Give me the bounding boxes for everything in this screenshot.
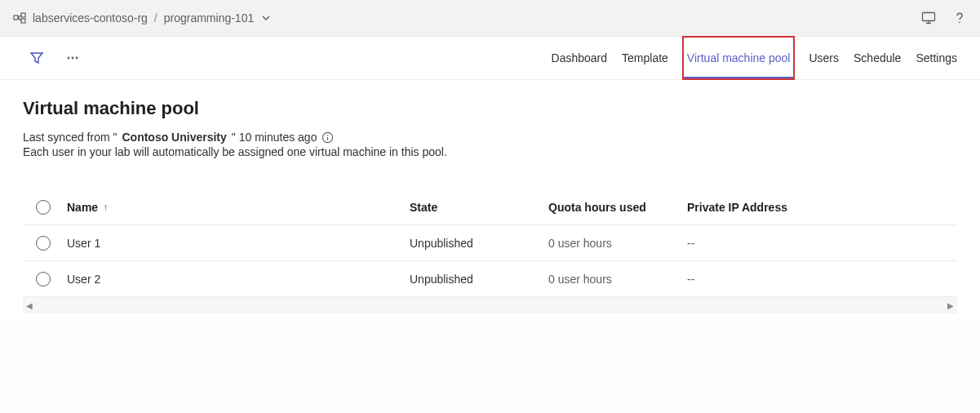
- sync-source: Contoso University: [122, 131, 226, 144]
- col-quota-header[interactable]: Quota hours used: [548, 201, 687, 214]
- table-row[interactable]: User 1 Unpublished 0 user hours --: [23, 225, 957, 261]
- col-name-header[interactable]: Name ↑: [64, 201, 410, 214]
- scroll-right-icon[interactable]: ▶: [947, 301, 954, 310]
- cell-ip: --: [687, 237, 957, 250]
- toolbar-left: [29, 51, 80, 65]
- main-content: Virtual machine pool Last synced from "C…: [0, 80, 980, 322]
- tab-settings[interactable]: Settings: [916, 37, 957, 79]
- breadcrumb-root[interactable]: labservices-contoso-rg: [33, 11, 148, 24]
- vm-table: Name ↑ State Quota hours used Private IP…: [23, 189, 957, 313]
- top-bar: labservices-contoso-rg / programming-101: [0, 0, 980, 37]
- svg-rect-1: [21, 13, 25, 17]
- cell-ip: --: [687, 273, 957, 286]
- cell-quota: 0 user hours: [548, 237, 687, 250]
- row-select[interactable]: [23, 272, 64, 286]
- sync-prefix: Last synced from ": [23, 131, 117, 144]
- sync-status: Last synced from "Contoso University" 10…: [23, 131, 957, 144]
- more-icon[interactable]: [65, 51, 80, 65]
- tab-virtual-machine-pool[interactable]: Virtual machine pool: [683, 37, 795, 79]
- svg-rect-0: [14, 16, 18, 20]
- svg-point-4: [959, 21, 960, 23]
- toolbar: Dashboard Template Virtual machine pool …: [0, 37, 980, 80]
- svg-rect-2: [21, 19, 25, 23]
- filter-icon[interactable]: [29, 51, 44, 65]
- sync-suffix: " 10 minutes ago: [232, 131, 317, 144]
- horizontal-scrollbar[interactable]: ◀ ▶: [23, 297, 957, 313]
- scroll-left-icon[interactable]: ◀: [26, 301, 33, 310]
- svg-point-7: [76, 57, 78, 60]
- col-state-header[interactable]: State: [410, 201, 548, 214]
- tab-dashboard[interactable]: Dashboard: [552, 37, 608, 79]
- table-row[interactable]: User 2 Unpublished 0 user hours --: [23, 261, 957, 297]
- select-all[interactable]: [23, 200, 64, 215]
- resource-group-icon: [13, 11, 26, 24]
- cell-name: User 2: [64, 273, 410, 286]
- cell-name: User 1: [64, 237, 410, 250]
- tab-template[interactable]: Template: [622, 37, 668, 79]
- breadcrumb: labservices-contoso-rg / programming-101: [13, 11, 270, 24]
- page-description: Each user in your lab will automatically…: [23, 145, 957, 158]
- page-title: Virtual machine pool: [23, 98, 957, 119]
- col-ip-header[interactable]: Private IP Address: [687, 201, 957, 214]
- cell-quota: 0 user hours: [548, 273, 687, 286]
- col-name-label: Name: [67, 201, 98, 214]
- cell-state: Unpublished: [410, 237, 548, 250]
- svg-point-5: [68, 57, 70, 60]
- tab-schedule[interactable]: Schedule: [854, 37, 901, 79]
- breadcrumb-current[interactable]: programming-101: [164, 11, 255, 24]
- chevron-down-icon[interactable]: [262, 14, 270, 22]
- help-icon[interactable]: [952, 11, 967, 25]
- tab-users[interactable]: Users: [809, 37, 839, 79]
- svg-rect-3: [923, 13, 935, 21]
- sort-asc-icon: ↑: [103, 202, 108, 213]
- svg-point-6: [72, 57, 74, 60]
- cell-state: Unpublished: [410, 273, 548, 286]
- svg-point-9: [327, 134, 329, 135]
- info-icon[interactable]: [321, 131, 334, 144]
- breadcrumb-separator: /: [154, 11, 157, 24]
- tabs: Dashboard Template Virtual machine pool …: [552, 37, 957, 79]
- row-select[interactable]: [23, 236, 64, 251]
- monitor-icon[interactable]: [921, 11, 936, 25]
- top-bar-actions: [921, 11, 967, 25]
- table-header-row: Name ↑ State Quota hours used Private IP…: [23, 189, 957, 225]
